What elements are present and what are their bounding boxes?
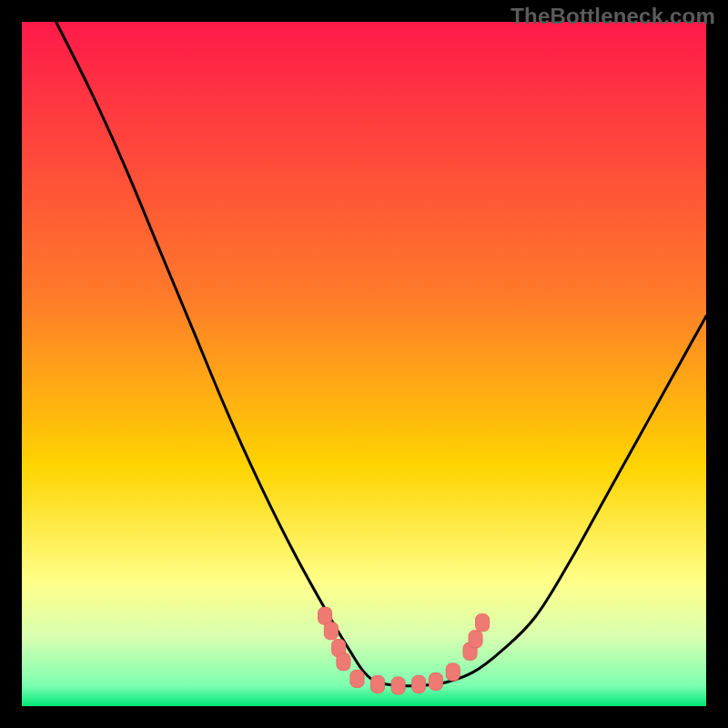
curve-marker [476,614,490,632]
chart-frame: TheBottleneck.com [0,0,728,728]
curve-marker [429,672,442,690]
curve-marker [469,631,482,648]
curve-marker [391,677,405,694]
watermark-text: TheBottleneck.com [511,4,715,29]
curve-marker [446,663,460,681]
curve-marker [350,670,364,687]
curve-marker [371,675,385,693]
gradient-panel [22,22,706,706]
bottleneck-chart [22,22,706,706]
curve-marker [337,653,350,671]
curve-marker [324,622,338,640]
curve-marker [412,675,426,693]
